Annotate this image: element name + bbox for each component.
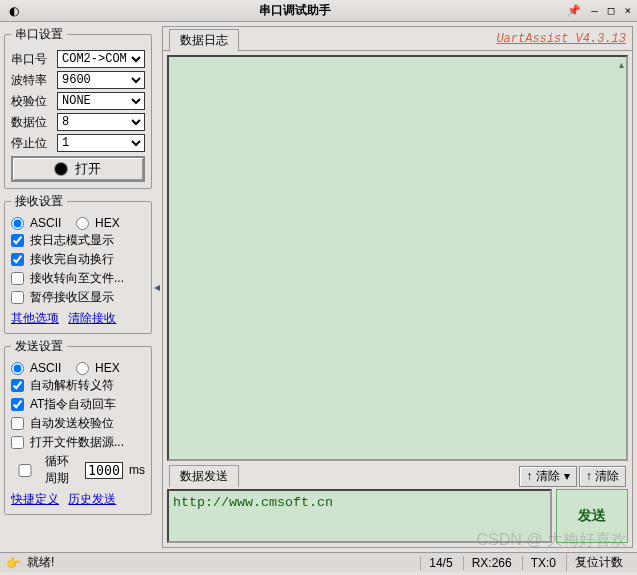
status-rx: RX:266 (463, 556, 520, 570)
send-button[interactable]: 发送 (556, 489, 628, 543)
window-title: 串口调试助手 (24, 2, 565, 19)
open-port-button[interactable]: 打开 (11, 156, 145, 182)
send-atcr-check[interactable] (11, 398, 24, 411)
recv-settings-group: 接收设置 ASCII HEX 按日志模式显示 接收完自动换行 接收转向至文件..… (4, 193, 152, 334)
port-label: 串口号 (11, 51, 53, 68)
port-settings-legend: 串口设置 (11, 26, 67, 43)
clear-button[interactable]: ↑ 清除 (579, 466, 626, 487)
brand-link[interactable]: UartAssist V4.3.13 (496, 32, 626, 46)
status-bar: 👉 就绪! 14/5 RX:266 TX:0 复位计数 (0, 552, 637, 572)
log-tab[interactable]: 数据日志 (169, 29, 239, 51)
send-tab[interactable]: 数据发送 (169, 465, 239, 487)
recv-ascii-radio[interactable] (11, 217, 24, 230)
port-settings-group: 串口设置 串口号COM2->COM 波特率9600 校验位NONE 数据位8 停… (4, 26, 152, 189)
splitter-handle[interactable]: ◂ (154, 26, 160, 548)
parity-select[interactable]: NONE (57, 92, 145, 110)
recv-tofile-check[interactable] (11, 272, 24, 285)
send-openfile-check[interactable] (11, 436, 24, 449)
recv-pause-check[interactable] (11, 291, 24, 304)
send-settings-group: 发送设置 ASCII HEX 自动解析转义符 AT指令自动回车 自动发送校验位 … (4, 338, 152, 515)
recv-autonewline-check[interactable] (11, 253, 24, 266)
cycle-value-input[interactable] (85, 462, 123, 479)
status-ready: 就绪! (27, 554, 418, 571)
recv-clear-link[interactable]: 清除接收 (68, 311, 116, 325)
minimize-button[interactable]: – (589, 4, 600, 17)
send-ascii-radio[interactable] (11, 362, 24, 375)
send-settings-legend: 发送设置 (11, 338, 67, 355)
maximize-button[interactable]: □ (606, 4, 617, 17)
port-select[interactable]: COM2->COM (57, 50, 145, 68)
send-hex-radio[interactable] (76, 362, 89, 375)
scroll-up-icon[interactable]: ▴ (619, 59, 624, 70)
send-escape-check[interactable] (11, 379, 24, 392)
recv-other-link[interactable]: 其他选项 (11, 311, 59, 325)
status-reset[interactable]: 复位计数 (566, 554, 631, 571)
status-tx: TX:0 (522, 556, 564, 570)
databits-label: 数据位 (11, 114, 53, 131)
chevron-down-icon: ▾ (564, 469, 570, 483)
app-icon: ◐ (4, 4, 24, 18)
send-checksum-check[interactable] (11, 417, 24, 430)
recv-settings-legend: 接收设置 (11, 193, 67, 210)
title-bar: ◐ 串口调试助手 📌 – □ × (0, 0, 637, 22)
log-textarea[interactable]: ▴ (167, 55, 628, 461)
databits-select[interactable]: 8 (57, 113, 145, 131)
send-history-link[interactable]: 历史发送 (68, 492, 116, 506)
recv-hex-radio[interactable] (76, 217, 89, 230)
send-input[interactable]: http://www.cmsoft.cn (167, 489, 552, 543)
send-quick-link[interactable]: 快捷定义 (11, 492, 59, 506)
baud-select[interactable]: 9600 (57, 71, 145, 89)
send-cycle-check[interactable] (11, 464, 39, 477)
status-pos: 14/5 (420, 556, 460, 570)
pin-icon[interactable]: 📌 (565, 4, 583, 17)
recv-logmode-check[interactable] (11, 234, 24, 247)
status-dot-icon (55, 163, 67, 175)
close-button[interactable]: × (622, 4, 633, 17)
stopbits-select[interactable]: 1 (57, 134, 145, 152)
stopbits-label: 停止位 (11, 135, 53, 152)
clear-dropdown-button[interactable]: ↑ 清除▾ (519, 466, 576, 487)
ready-icon: 👉 (6, 556, 21, 570)
parity-label: 校验位 (11, 93, 53, 110)
baud-label: 波特率 (11, 72, 53, 89)
